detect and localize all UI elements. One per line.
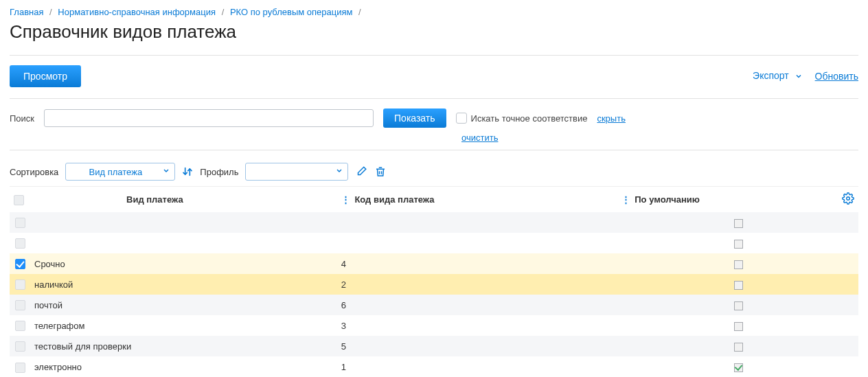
chevron-down-icon <box>335 167 343 177</box>
chevron-down-icon <box>795 71 803 82</box>
sort-select[interactable]: Вид платежа <box>65 163 175 181</box>
export-label: Экспорт <box>753 70 789 81</box>
table-row[interactable]: Срочно4 <box>10 253 858 274</box>
cell-code: 1 <box>337 356 617 377</box>
col-header-code[interactable]: Код вида платежа <box>354 194 434 205</box>
cell-name <box>30 233 337 253</box>
cell-code: 4 <box>337 253 617 274</box>
table-row[interactable]: электронно1 <box>10 356 858 377</box>
drag-handle-icon[interactable]: ⋮ <box>621 194 630 205</box>
clear-link[interactable]: очистить <box>461 133 498 143</box>
search-input[interactable] <box>44 109 374 127</box>
cell-name: почтой <box>30 295 337 315</box>
cell-name: электронно <box>30 356 337 377</box>
default-checkbox[interactable] <box>734 219 743 228</box>
search-row: Поиск Показать Искать точное соответстви… <box>10 108 858 128</box>
table-row[interactable]: наличкой2 <box>10 274 858 295</box>
trash-icon[interactable] <box>374 165 387 178</box>
cell-code: 2 <box>337 274 617 295</box>
breadcrumb-home[interactable]: Главная <box>10 7 43 17</box>
svg-point-0 <box>847 197 850 201</box>
table-row[interactable]: тестовый для проверки5 <box>10 336 858 356</box>
cell-default <box>617 295 838 315</box>
row-checkbox[interactable] <box>15 363 25 373</box>
data-table: Вид платежа ⋮ Код вида платежа ⋮ По умол… <box>10 186 858 377</box>
cell-default <box>617 274 838 295</box>
cell-code: 5 <box>337 336 617 356</box>
sort-select-value: Вид платежа <box>89 167 143 177</box>
right-actions: Экспорт Обновить <box>753 70 858 82</box>
chevron-down-icon <box>162 167 170 177</box>
cell-default <box>617 212 838 233</box>
select-all-checkbox[interactable] <box>14 195 24 205</box>
table-row[interactable]: почтой6 <box>10 295 858 315</box>
profile-label: Профиль <box>200 167 238 177</box>
breadcrumb-rko[interactable]: РКО по рублевым операциям <box>230 7 353 17</box>
breadcrumb-sep: / <box>49 7 52 17</box>
edit-icon[interactable] <box>355 165 367 178</box>
toolbar: Просмотр Экспорт Обновить <box>10 65 858 87</box>
row-checkbox[interactable] <box>15 259 25 269</box>
cell-default <box>617 253 838 274</box>
table-row[interactable]: телеграфом3 <box>10 315 858 336</box>
search-submit-button[interactable]: Показать <box>383 108 446 128</box>
cell-code <box>337 212 617 233</box>
col-header-default[interactable]: По умолчанию <box>635 194 700 205</box>
sort-row: Сортировка Вид платежа Профиль <box>10 163 858 181</box>
breadcrumb-nsi[interactable]: Нормативно-справочная информация <box>58 7 216 17</box>
sort-label: Сортировка <box>10 167 58 177</box>
row-checkbox[interactable] <box>15 279 25 290</box>
row-checkbox[interactable] <box>15 218 25 228</box>
cell-name: наличкой <box>30 274 337 295</box>
search-label: Поиск <box>10 113 34 124</box>
exact-match-checkbox[interactable]: Искать точное соответствие <box>456 113 588 124</box>
table-row[interactable] <box>10 212 858 233</box>
row-checkbox[interactable] <box>15 321 25 331</box>
row-checkbox[interactable] <box>15 300 25 310</box>
gear-icon[interactable] <box>842 192 854 205</box>
cell-name: телеграфом <box>30 315 337 336</box>
row-checkbox[interactable] <box>15 341 25 352</box>
cell-name <box>30 212 337 233</box>
hide-link[interactable]: скрыть <box>597 113 626 124</box>
cell-code <box>337 233 617 253</box>
cell-default <box>617 336 838 356</box>
refresh-link[interactable]: Обновить <box>815 71 858 82</box>
page-title: Справочник видов платежа <box>10 21 858 43</box>
col-header-name[interactable]: Вид платежа <box>126 194 183 205</box>
default-checkbox[interactable] <box>734 343 743 352</box>
cell-name: тестовый для проверки <box>30 336 337 356</box>
cell-code: 3 <box>337 315 617 336</box>
cell-name: Срочно <box>30 253 337 274</box>
breadcrumb-sep: / <box>358 7 361 17</box>
default-checkbox[interactable] <box>734 281 743 290</box>
exact-match-label: Искать точное соответствие <box>471 113 588 124</box>
default-checkbox[interactable] <box>734 260 743 269</box>
table-row[interactable] <box>10 233 858 253</box>
profile-select[interactable] <box>245 163 348 181</box>
cell-default <box>617 356 838 377</box>
row-checkbox[interactable] <box>15 238 25 249</box>
breadcrumb-sep: / <box>222 7 225 17</box>
checkbox-icon <box>456 113 467 124</box>
default-checkbox[interactable] <box>734 322 743 331</box>
drag-handle-icon[interactable]: ⋮ <box>341 194 350 205</box>
cell-default <box>617 233 838 253</box>
breadcrumb: Главная / Нормативно-справочная информац… <box>10 7 858 17</box>
default-checkbox[interactable] <box>734 301 743 310</box>
cell-code: 6 <box>337 295 617 315</box>
view-button[interactable]: Просмотр <box>10 65 81 87</box>
default-checkbox[interactable] <box>734 363 743 372</box>
export-link[interactable]: Экспорт <box>753 70 803 82</box>
default-checkbox[interactable] <box>734 240 743 249</box>
cell-default <box>617 315 838 336</box>
sort-direction-icon[interactable] <box>182 166 193 177</box>
